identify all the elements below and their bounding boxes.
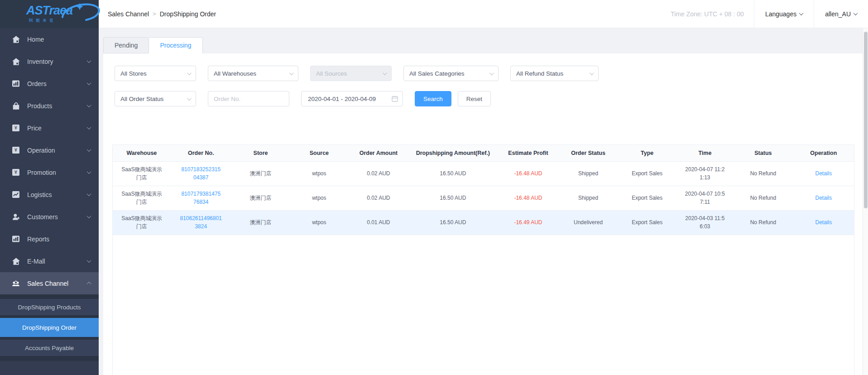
sidebar-item-orders[interactable]: Orders xyxy=(0,72,99,95)
stores-select[interactable]: All Stores xyxy=(115,66,196,81)
details-link[interactable]: Details xyxy=(815,170,832,177)
order-amount-cell: 0.02 AUD xyxy=(349,161,409,186)
dropshipping-amount-cell: 16.50 AUD xyxy=(408,186,497,210)
store-icon xyxy=(12,257,20,265)
bar-chart-icon xyxy=(12,235,20,243)
tab-label: Pending xyxy=(115,42,138,49)
refund-status-select[interactable]: All Refund Status xyxy=(510,66,599,81)
sidebar-item-customers[interactable]: Customers xyxy=(0,206,99,228)
tab-pending[interactable]: Pending xyxy=(103,37,149,53)
chevron-down-icon xyxy=(289,71,294,75)
col-dropshipping-amount: Dropshipping Amount(Ref.) xyxy=(408,145,497,161)
sidebar-item-e-mall[interactable]: E-Mall xyxy=(0,250,99,272)
col-time: Time xyxy=(677,145,733,161)
tabs: Pending Processing xyxy=(103,37,863,53)
sidebar-subitem-label: DropShipping Order xyxy=(22,324,77,331)
order-status-cell: Shipped xyxy=(559,161,617,186)
sidebar-subitem-accounts-payable[interactable]: Accounts Payable xyxy=(0,340,99,356)
order-no-input[interactable] xyxy=(208,91,289,106)
scrollbar-thumb[interactable] xyxy=(864,32,868,208)
sidebar-subitem-label: DropShipping Products xyxy=(18,304,81,311)
sales-categories-select[interactable]: All Sales Categories xyxy=(403,66,499,81)
tab-processing[interactable]: Processing xyxy=(149,37,202,53)
store-cell: 澳洲门店 xyxy=(231,210,290,235)
svg-text:¥: ¥ xyxy=(14,169,18,175)
sidebar-item-price[interactable]: ¥ Price xyxy=(0,117,99,139)
table-row: SaaS微商城演示门店 810717938147576834 澳洲门店 wtpo… xyxy=(113,186,854,210)
user-menu[interactable]: allen_AU xyxy=(814,0,868,28)
status-cell: No Refund xyxy=(733,161,793,186)
sidebar-item-label: Customers xyxy=(27,213,87,221)
orders-table: Warehouse Order No. Store Source Order A… xyxy=(112,144,854,375)
breadcrumb-parent[interactable]: Sales Channel xyxy=(108,10,149,18)
type-cell: Export Sales xyxy=(618,210,677,235)
stores-select-value: All Stores xyxy=(120,70,187,77)
topbar-right: Time Zone: UTC + 08 : 00 Languages allen… xyxy=(661,0,868,28)
sidebar-menu: Home Inventory Orders Prod xyxy=(0,28,99,375)
sidebar: ASTraea 阿斯米亚 Home Inventory xyxy=(0,0,99,375)
source-cell: wtpos xyxy=(290,186,348,210)
brand-name: ASTraea xyxy=(26,5,72,17)
status-cell: No Refund xyxy=(733,186,793,210)
languages-menu[interactable]: Languages xyxy=(754,0,814,28)
warehouses-select-value: All Warehouses xyxy=(214,70,289,77)
page-scrollbar[interactable] xyxy=(863,28,868,375)
warehouse-cell: SaaS微商城演示门店 xyxy=(119,214,164,231)
chevron-down-icon xyxy=(187,71,192,75)
tab-label: Processing xyxy=(160,42,191,49)
warehouses-select[interactable]: All Warehouses xyxy=(208,66,298,81)
sidebar-item-logistics[interactable]: Logistics xyxy=(0,183,99,206)
estimate-profit-cell: -16.48 AUD xyxy=(498,186,559,210)
sidebar-item-promotion[interactable]: ¥ Promotion xyxy=(0,161,99,183)
app-root: ASTraea 阿斯米亚 Home Inventory xyxy=(0,0,868,375)
timezone-label: Time Zone: UTC + 08 : 00 xyxy=(661,10,754,18)
chevron-down-icon xyxy=(489,71,494,75)
details-link[interactable]: Details xyxy=(815,219,832,226)
sidebar-subitem-dropshipping-products[interactable]: DropShipping Products xyxy=(0,299,99,315)
sidebar-item-label: Operation xyxy=(27,147,87,154)
date-range-picker[interactable]: 2020-04-01 - 2020-04-09 xyxy=(301,91,403,106)
order-status-cell: Undelivered xyxy=(559,210,617,235)
chevron-down-icon xyxy=(87,125,91,130)
warehouse-cell: SaaS微商城演示门店 xyxy=(119,165,164,182)
chevron-down-icon xyxy=(87,169,91,174)
reset-button[interactable]: Reset xyxy=(458,91,491,106)
chevron-up-icon xyxy=(87,282,91,286)
filter-row-2: All Order Status 2020-04-01 - 2020-04-09… xyxy=(115,91,854,106)
time-cell: 2020-04-07 11:21:13 xyxy=(683,165,727,182)
details-link[interactable]: Details xyxy=(815,195,832,201)
col-estimate-profit: Estimate Profit xyxy=(498,145,559,161)
col-order-status: Order Status xyxy=(559,145,617,161)
sidebar-item-home[interactable]: Home xyxy=(0,28,99,50)
store-cell: 澳洲门店 xyxy=(231,186,290,210)
brand-subtitle: 阿斯米亚 xyxy=(29,18,72,24)
sidebar-item-reports[interactable]: Reports xyxy=(0,228,99,250)
warehouse-cell: SaaS微商城演示门店 xyxy=(119,190,164,207)
dropshipping-amount-cell: 16.50 AUD xyxy=(408,210,497,235)
chevron-down-icon xyxy=(87,192,91,196)
col-store: Store xyxy=(231,145,290,161)
sidebar-item-inventory[interactable]: Inventory xyxy=(0,50,99,72)
order-status-select[interactable]: All Order Status xyxy=(115,91,196,106)
sidebar-item-label: Reports xyxy=(27,236,91,243)
sidebar-item-products[interactable]: Products xyxy=(0,95,99,117)
filter-row-1: All Stores All Warehouses All Sources Al… xyxy=(115,66,854,81)
logo[interactable]: ASTraea 阿斯米亚 xyxy=(0,0,99,28)
search-button[interactable]: Search xyxy=(415,91,451,106)
estimate-profit-cell: -16.48 AUD xyxy=(498,161,559,186)
order-no-link[interactable]: 810717938147576834 xyxy=(180,190,222,207)
chevron-down-icon xyxy=(187,96,192,101)
sidebar-subitem-dropshipping-order[interactable]: DropShipping Order xyxy=(0,318,99,337)
chevron-down-icon xyxy=(87,147,91,152)
languages-label: Languages xyxy=(765,10,796,18)
sidebar-item-operation[interactable]: ¥ Operation xyxy=(0,139,99,161)
sales-channel-submenu: DropShipping Products DropShipping Order… xyxy=(0,294,99,361)
order-no-link[interactable]: 810718325231504387 xyxy=(180,165,222,182)
topbar: Sales Channel > DropShipping Order Time … xyxy=(99,0,868,28)
main-area: Sales Channel > DropShipping Order Time … xyxy=(99,0,868,375)
breadcrumb-current: DropShipping Order xyxy=(160,10,216,18)
order-status-select-value: All Order Status xyxy=(120,96,187,102)
type-cell: Export Sales xyxy=(618,161,677,186)
order-no-link[interactable]: 810626114968013824 xyxy=(180,214,222,231)
sidebar-item-sales-channel[interactable]: Sales Channel xyxy=(0,272,99,294)
